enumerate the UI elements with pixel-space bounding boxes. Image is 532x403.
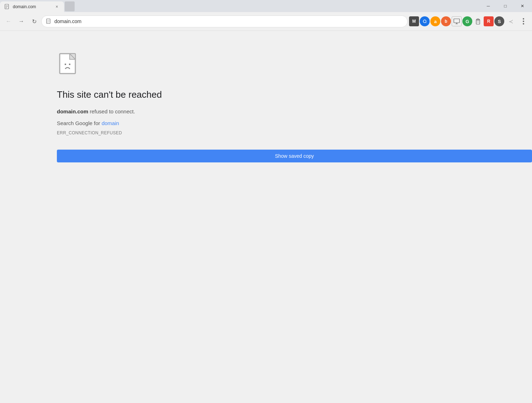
- svg-rect-12: [454, 19, 460, 23]
- address-input[interactable]: [54, 18, 403, 24]
- error-code: ERR_CONNECTION_REFUSED: [57, 130, 532, 135]
- search-prefix: Search Google for: [57, 120, 102, 126]
- maximize-button[interactable]: □: [497, 1, 514, 11]
- error-title: This site can't be reached: [57, 89, 532, 100]
- forward-icon: →: [18, 18, 24, 25]
- extension-s-button[interactable]: S: [494, 16, 504, 26]
- minimize-button[interactable]: ─: [480, 1, 496, 11]
- search-link[interactable]: domain: [102, 120, 119, 126]
- screen-icon: [453, 18, 460, 24]
- address-bar-container[interactable]: [41, 15, 408, 27]
- error-page-icon: [57, 52, 82, 78]
- reload-icon: ↻: [32, 18, 37, 25]
- forward-button[interactable]: →: [16, 16, 27, 27]
- window-controls: ─ □ ✕: [479, 0, 532, 12]
- extension-g-button[interactable]: G: [462, 16, 472, 26]
- page-icon: [46, 18, 52, 24]
- back-icon: ←: [6, 18, 11, 25]
- page-content: This site can't be reached domain.com re…: [0, 31, 532, 403]
- svg-point-21: [523, 23, 524, 25]
- tab-close-button[interactable]: ×: [54, 4, 60, 10]
- active-tab[interactable]: domain.com ×: [0, 1, 64, 12]
- svg-rect-24: [65, 64, 66, 65]
- error-refused-text: refused to connect.: [88, 108, 135, 114]
- extension-screen-button[interactable]: [452, 16, 462, 26]
- clipboard-icon: [475, 18, 481, 25]
- error-body: domain.com refused to connect.: [57, 107, 532, 116]
- new-tab-button[interactable]: [65, 1, 75, 11]
- extension-clipboard-button[interactable]: [473, 16, 483, 26]
- extension-b-button[interactable]: b: [441, 16, 451, 26]
- toolbar-extensions: M a b G: [409, 16, 516, 27]
- q-icon: [422, 18, 428, 24]
- b-icon: b: [445, 19, 447, 24]
- tab-strip: domain.com ×: [0, 0, 479, 12]
- close-button[interactable]: ✕: [514, 1, 531, 11]
- extension-amazon-button[interactable]: a: [430, 16, 440, 26]
- google-search-line: Search Google for domain: [57, 120, 532, 126]
- amazon-icon: a: [434, 19, 436, 24]
- tab-label: domain.com: [13, 4, 51, 9]
- svg-point-20: [523, 21, 524, 22]
- tab-page-icon: [4, 4, 10, 10]
- extension-q-button[interactable]: [420, 16, 430, 26]
- back-button[interactable]: ←: [3, 16, 14, 27]
- title-bar: domain.com × ─ □ ✕: [0, 0, 532, 12]
- extension-m-button[interactable]: M: [409, 16, 419, 26]
- extension-r-button[interactable]: R: [484, 16, 494, 26]
- svg-point-19: [523, 18, 524, 20]
- reload-button[interactable]: ↻: [28, 16, 40, 27]
- show-saved-copy-button[interactable]: Show saved copy: [57, 150, 532, 162]
- toolbar: ← → ↻ M: [0, 12, 532, 31]
- error-domain: domain.com: [57, 108, 88, 114]
- chrome-menu-button[interactable]: [518, 16, 529, 27]
- extensions-arrow-button[interactable]: ≺: [505, 16, 516, 27]
- svg-rect-25: [69, 64, 70, 65]
- menu-dots-icon: [523, 18, 524, 25]
- browser-window: domain.com × ─ □ ✕ ← → ↻: [0, 0, 532, 403]
